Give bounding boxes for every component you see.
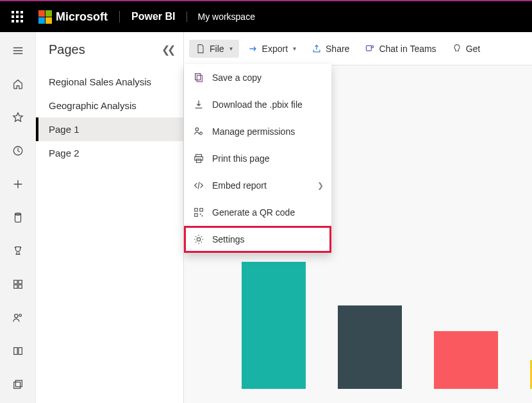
chart-bar <box>242 262 306 389</box>
chevron-right-icon: ❯ <box>317 181 324 190</box>
left-rail <box>0 32 36 403</box>
dd-label: Save a copy <box>212 73 262 83</box>
home-icon[interactable] <box>7 73 29 95</box>
page-item[interactable]: Page 2 <box>36 141 183 165</box>
dd-label: Print this page <box>212 153 270 164</box>
database-icon[interactable] <box>7 207 29 228</box>
svg-rect-7 <box>13 382 20 388</box>
get-insights-button[interactable]: Get <box>445 40 487 58</box>
download-pbix-item[interactable]: Download the .pbix file <box>184 91 331 118</box>
get-label: Get <box>466 44 481 54</box>
people-icon[interactable] <box>7 307 29 329</box>
svg-point-6 <box>19 314 21 317</box>
clock-icon[interactable] <box>7 140 29 162</box>
svg-rect-21 <box>200 214 201 215</box>
chevron-down-icon: ▾ <box>229 45 233 52</box>
settings-item[interactable]: Settings <box>184 226 331 253</box>
dd-label: Generate a QR code <box>212 207 295 218</box>
star-icon[interactable] <box>7 107 29 128</box>
file-menu-button[interactable]: File ▾ <box>189 40 239 58</box>
svg-rect-20 <box>195 214 198 217</box>
dd-label: Download the .pbix file <box>212 99 303 110</box>
embed-report-item[interactable]: Embed report ❯ <box>184 172 331 199</box>
dd-label: Embed report <box>212 180 267 191</box>
manage-permissions-item[interactable]: Manage permissions <box>184 118 331 145</box>
svg-point-23 <box>197 237 200 241</box>
book-icon[interactable] <box>7 340 29 362</box>
workspace-name[interactable]: My workspace <box>187 12 265 22</box>
chart-bar <box>338 305 402 389</box>
share-label: Share <box>326 44 349 54</box>
svg-rect-19 <box>200 209 203 212</box>
content-area: File ▾ Export ▾ Share Chat in Teams Get <box>184 32 532 403</box>
file-dropdown: Save a copy Download the .pbix file Mana… <box>184 64 331 253</box>
apps-icon[interactable] <box>7 273 29 295</box>
microsoft-logo-icon <box>38 10 52 24</box>
chart-bar <box>434 331 498 389</box>
svg-rect-8 <box>15 381 22 387</box>
chevron-down-icon: ▾ <box>293 45 296 52</box>
export-button[interactable]: Export ▾ <box>242 40 303 58</box>
save-copy-item[interactable]: Save a copy <box>184 64 331 91</box>
plus-icon[interactable] <box>7 173 29 195</box>
svg-rect-18 <box>195 209 198 212</box>
svg-rect-17 <box>196 159 201 162</box>
workspaces-icon[interactable] <box>7 373 29 395</box>
hamburger-icon[interactable] <box>7 40 29 62</box>
collapse-panel-icon[interactable]: ❮❮ <box>162 44 173 56</box>
topbar: Microsoft Power BI My workspace <box>0 1 532 32</box>
page-item[interactable]: Geographic Analysis <box>36 94 183 117</box>
app-name[interactable]: Power BI <box>119 11 187 22</box>
app-launcher-icon[interactable] <box>3 11 32 22</box>
svg-rect-1 <box>13 280 17 284</box>
page-item[interactable]: Regional Sales Analysis <box>36 70 183 94</box>
generate-qr-item[interactable]: Generate a QR code <box>184 199 331 226</box>
trophy-icon[interactable] <box>7 240 29 262</box>
export-label: Export <box>262 44 288 54</box>
report-toolbar: File ▾ Export ▾ Share Chat in Teams Get <box>184 32 532 65</box>
file-label: File <box>210 44 224 54</box>
svg-rect-22 <box>202 216 203 217</box>
dd-label: Manage permissions <box>212 126 295 137</box>
share-button[interactable]: Share <box>305 40 356 58</box>
svg-rect-3 <box>13 285 17 288</box>
svg-point-5 <box>14 314 17 318</box>
svg-point-14 <box>200 132 203 135</box>
page-item[interactable]: Page 1 <box>36 117 183 141</box>
print-page-item[interactable]: Print this page <box>184 145 331 172</box>
brand-text: Microsoft <box>56 10 108 24</box>
svg-rect-16 <box>195 157 203 160</box>
pages-title: Pages <box>49 42 85 57</box>
svg-rect-9 <box>367 46 372 51</box>
chat-label: Chat in Teams <box>379 44 436 54</box>
svg-rect-4 <box>18 285 21 288</box>
svg-rect-2 <box>18 280 21 284</box>
svg-rect-12 <box>197 75 202 81</box>
svg-point-13 <box>195 128 199 131</box>
dd-label: Settings <box>212 234 245 244</box>
svg-rect-11 <box>195 74 201 80</box>
microsoft-logo: Microsoft <box>32 10 114 24</box>
svg-point-10 <box>372 46 374 47</box>
pages-panel: Pages ❮❮ Regional Sales Analysis Geograp… <box>36 32 184 403</box>
bar-chart <box>242 262 532 389</box>
chat-teams-button[interactable]: Chat in Teams <box>358 40 442 58</box>
